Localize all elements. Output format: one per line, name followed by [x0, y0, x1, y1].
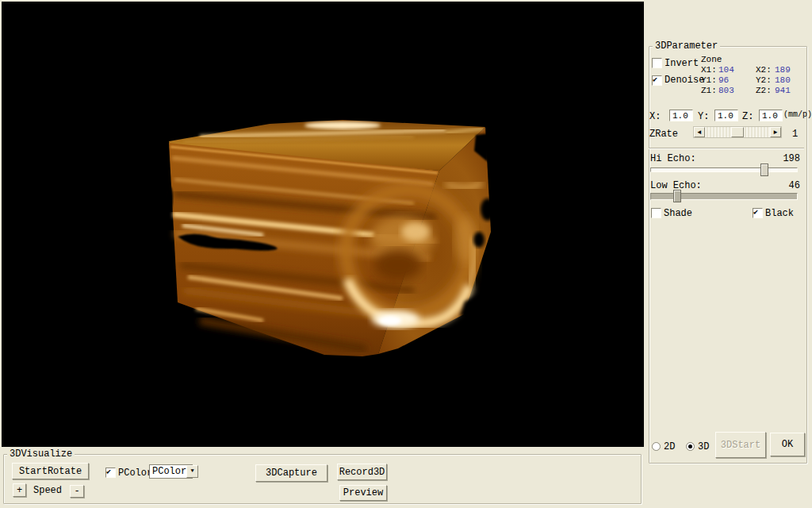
parameter-panel: 3DParameter Invert Denoise Zone X1: 104 …	[645, 0, 812, 508]
zone-x2-value: 189	[775, 65, 791, 75]
scale-y-label: Y:	[698, 111, 709, 122]
speed-plus-button[interactable]: +	[13, 483, 26, 497]
speed-label: Speed	[33, 485, 62, 496]
low-echo-slider[interactable]	[650, 193, 798, 200]
mode-2d-label: 2D	[664, 441, 675, 452]
ok-button[interactable]: OK	[770, 433, 805, 456]
zone-y2-label: Y2:	[756, 75, 772, 85]
black-checkbox[interactable]	[753, 208, 763, 218]
visualize-panel: 3DVisualize StartRotate + Speed - PColor…	[0, 447, 645, 508]
shade-checkbox[interactable]	[651, 208, 661, 218]
scale-y-input[interactable]	[714, 110, 738, 121]
zone-y1-value: 96	[718, 75, 729, 85]
zone-y2-value: 180	[775, 75, 791, 85]
hi-echo-value: 198	[783, 153, 800, 164]
mode-2d-radio[interactable]	[652, 442, 661, 451]
scale-z-label: Z:	[742, 111, 753, 122]
pcolor-checkbox[interactable]	[105, 468, 116, 478]
hi-echo-slider[interactable]	[650, 167, 798, 172]
separator	[649, 148, 804, 149]
record3d-button[interactable]: Record3D	[337, 464, 387, 480]
speed-minus-button[interactable]: -	[70, 485, 84, 498]
zrate-thumb[interactable]	[731, 127, 744, 137]
dropdown-arrow-icon[interactable]: ▼	[186, 465, 198, 478]
zone-x2-label: X2:	[756, 65, 772, 75]
zone-z2-label: Z2:	[756, 86, 772, 95]
zrate-left-arrow-icon[interactable]: ◄	[694, 127, 705, 137]
render-viewport[interactable]	[2, 2, 644, 447]
scale-x-label: X:	[649, 111, 661, 122]
hi-echo-thumb[interactable]	[760, 164, 768, 176]
zone-x1-value: 104	[718, 65, 734, 75]
mode-3d-label: 3D	[698, 441, 709, 452]
zrate-scrollbar[interactable]: ◄ ►	[693, 126, 782, 138]
scale-x-input[interactable]	[669, 110, 693, 121]
3dcapture-button[interactable]: 3DCapture	[255, 464, 327, 482]
mode-3d-radio[interactable]	[686, 442, 695, 451]
pcolor-dropdown[interactable]: PColor ▼	[149, 464, 193, 479]
scale-z-input[interactable]	[759, 110, 783, 121]
start-rotate-button[interactable]: StartRotate	[12, 463, 89, 479]
zone-y1-label: Y1:	[701, 75, 717, 85]
app-window: { "colors": { "panel_bg": "#ece9d8", "vi…	[0, 0, 812, 508]
pcolor-dropdown-value: PColor	[150, 465, 186, 478]
3dstart-button[interactable]: 3DStart	[715, 432, 766, 458]
zone-z2-value: 941	[775, 86, 791, 95]
parameter-group-title: 3DParameter	[653, 40, 720, 52]
invert-label: Invert	[665, 58, 699, 69]
zone-z1-label: Z1:	[701, 86, 717, 95]
parameter-groupbox: 3DParameter	[649, 46, 807, 464]
low-echo-thumb[interactable]	[673, 190, 681, 202]
denoise-checkbox[interactable]	[652, 75, 662, 86]
zrate-label: ZRate	[649, 129, 678, 140]
zrate-track[interactable]	[705, 127, 770, 137]
zone-x1-label: X1:	[701, 65, 717, 75]
pcolor-label: PColor	[118, 468, 152, 479]
volume-render-image	[2, 2, 644, 447]
zrate-value: 1	[792, 129, 798, 140]
zone-title: Zone	[701, 55, 722, 64]
scale-unit-label: (mm/p)	[783, 110, 812, 119]
hi-echo-label: Hi Echo:	[650, 153, 696, 164]
shade-label: Shade	[664, 208, 692, 219]
low-echo-value: 46	[789, 180, 800, 191]
preview-button[interactable]: Preview	[339, 485, 387, 501]
zrate-right-arrow-icon[interactable]: ►	[770, 127, 781, 137]
denoise-label: Denoise	[665, 75, 704, 86]
visualize-group-title: 3DVisualize	[7, 448, 75, 460]
invert-checkbox[interactable]	[652, 58, 662, 68]
zone-z1-value: 803	[718, 86, 734, 95]
black-label: Black	[765, 208, 794, 219]
